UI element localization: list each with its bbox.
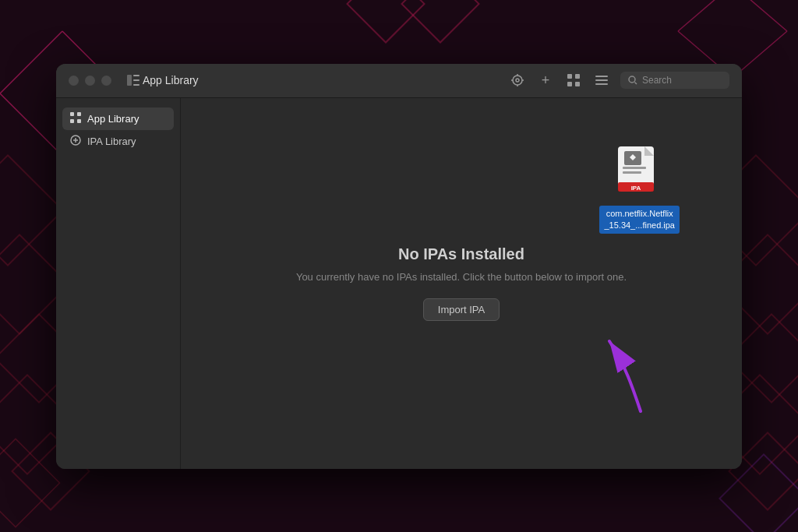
- empty-state: No IPAs Installed You currently have no …: [296, 245, 627, 321]
- content-area: App Library IPA Library No IPAs Installe…: [56, 98, 742, 469]
- sidebar: App Library IPA Library: [56, 98, 181, 469]
- svg-rect-44: [70, 119, 74, 123]
- search-box[interactable]: Search: [620, 72, 729, 89]
- search-placeholder: Search: [642, 75, 672, 86]
- grid-icon: [70, 112, 81, 125]
- svg-rect-45: [77, 119, 81, 123]
- svg-point-40: [629, 76, 635, 83]
- svg-rect-25: [133, 79, 139, 81]
- svg-rect-35: [567, 82, 572, 86]
- titlebar: App Library +: [56, 64, 742, 98]
- traffic-lights: [69, 76, 111, 86]
- list-view-button[interactable]: [592, 71, 611, 90]
- maximize-button[interactable]: [101, 76, 111, 86]
- svg-rect-51: [623, 171, 641, 174]
- ipa-file-icon: IPA: [616, 145, 663, 201]
- empty-title: No IPAs Installed: [296, 245, 627, 263]
- sidebar-toggle-button[interactable]: [124, 71, 143, 90]
- sidebar-item-app-library[interactable]: App Library: [62, 107, 174, 130]
- svg-rect-42: [70, 112, 74, 116]
- close-button[interactable]: [69, 76, 79, 86]
- svg-rect-23: [127, 75, 132, 86]
- svg-rect-37: [595, 76, 608, 77]
- device-button[interactable]: [508, 71, 527, 90]
- empty-description: You currently have no IPAs installed. Cl…: [296, 271, 627, 283]
- svg-rect-24: [133, 75, 139, 76]
- minimize-button[interactable]: [85, 76, 95, 86]
- circle-plus-icon: [70, 135, 81, 148]
- ipa-file-area: IPA com.netflix.Netflix _15.34_...fined.…: [599, 145, 680, 234]
- svg-rect-33: [567, 74, 572, 79]
- svg-point-28: [516, 79, 519, 82]
- ipa-library-label: IPA Library: [87, 136, 136, 147]
- sidebar-item-ipa-library[interactable]: IPA Library: [62, 130, 174, 153]
- svg-rect-38: [595, 79, 608, 81]
- import-ipa-button[interactable]: Import IPA: [423, 298, 500, 321]
- svg-rect-36: [575, 82, 580, 86]
- svg-rect-50: [623, 167, 646, 169]
- toolbar-actions: + S: [508, 71, 729, 90]
- search-icon: [628, 76, 637, 85]
- main-content: No IPAs Installed You currently have no …: [181, 98, 742, 469]
- svg-rect-34: [575, 74, 580, 79]
- svg-rect-26: [133, 84, 139, 86]
- arrow-svg: [555, 326, 664, 419]
- svg-point-27: [513, 76, 522, 85]
- add-button[interactable]: +: [536, 71, 555, 90]
- svg-line-41: [635, 83, 637, 85]
- app-library-label: App Library: [87, 113, 139, 125]
- window-title: App Library: [143, 74, 508, 86]
- ipa-filename-label: com.netflix.Netflix _15.34_...fined.ipa: [599, 206, 680, 234]
- main-window: App Library +: [56, 64, 742, 469]
- arrow-annotation: [555, 326, 664, 422]
- svg-rect-39: [595, 83, 608, 85]
- svg-rect-43: [77, 112, 81, 116]
- grid-view-button[interactable]: [564, 71, 583, 90]
- svg-text:IPA: IPA: [630, 184, 641, 191]
